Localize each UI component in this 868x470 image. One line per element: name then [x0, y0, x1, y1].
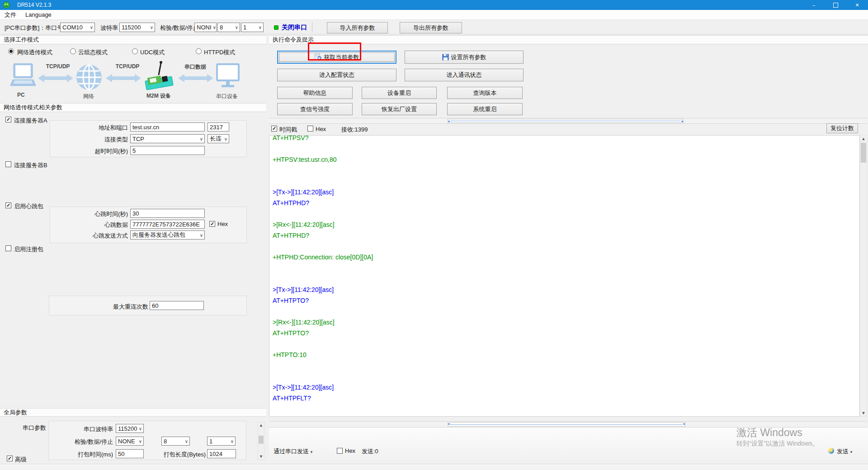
- send-button[interactable]: 发送 ▾: [837, 447, 852, 456]
- scroll-up-icon[interactable]: ▲: [258, 422, 264, 428]
- parity-select[interactable]: NONI∨: [194, 23, 217, 32]
- timeout-input[interactable]: 5: [130, 146, 205, 155]
- g-parity-label: 检验/数据/停止: [51, 438, 113, 446]
- baud-select[interactable]: 115200∨: [119, 23, 155, 32]
- server-b-checkbox[interactable]: [5, 161, 11, 167]
- menu-language[interactable]: Language: [21, 11, 56, 18]
- close-serial-button[interactable]: 关闭串口: [282, 24, 307, 32]
- conn-type-select[interactable]: TCP∨: [130, 134, 205, 143]
- bottom-strip: [0, 464, 868, 470]
- send-hex-checkbox[interactable]: [337, 448, 343, 454]
- radio-udc-mode[interactable]: [132, 48, 138, 54]
- serial-device-label: 串口设备: [216, 93, 238, 100]
- log-top-scrollbar[interactable]: ▴▴: [269, 118, 867, 124]
- help-info-button[interactable]: 帮助信息: [277, 87, 353, 99]
- advanced-label[interactable]: 高级: [15, 456, 27, 464]
- g-databits-select[interactable]: 8∨: [161, 437, 190, 446]
- scrollbar-thumb[interactable]: [259, 436, 264, 444]
- import-all-button[interactable]: 导入所有参数: [327, 22, 388, 33]
- scroll-up-icon[interactable]: ▲: [860, 136, 867, 142]
- left-panel-scrollbar[interactable]: ▲ ▼: [258, 422, 264, 460]
- g-stopbits-select[interactable]: 1∨: [207, 437, 236, 446]
- server-a-checkbox[interactable]: [5, 117, 11, 122]
- query-version-button[interactable]: 查询版本: [447, 87, 523, 99]
- factory-reset-button[interactable]: 恢复出厂设置: [362, 103, 437, 115]
- server-b-label[interactable]: 连接服务器B: [14, 161, 47, 169]
- arrow-icon: [178, 73, 213, 83]
- hb-time-input[interactable]: 30: [130, 209, 205, 218]
- chevron-down-icon: ∨: [213, 25, 216, 30]
- pc-label: PC: [17, 92, 25, 98]
- scroll-down-icon[interactable]: ▼: [860, 410, 867, 416]
- pack-len-value: 1024: [209, 451, 222, 457]
- export-all-label: 导出所有参数: [413, 24, 448, 32]
- log-hex-checkbox[interactable]: [307, 126, 313, 132]
- g-baud-select[interactable]: 115200∨: [116, 424, 144, 433]
- reconnect-input[interactable]: 60: [150, 301, 204, 310]
- radio-udc-label[interactable]: UDC模式: [140, 48, 165, 56]
- stopbits-select[interactable]: 1∨: [241, 23, 264, 32]
- server-a-port-input[interactable]: 2317: [208, 122, 229, 132]
- radio-httpd-label[interactable]: HTTPD模式: [204, 48, 235, 56]
- register-checkbox[interactable]: [5, 245, 11, 251]
- heartbeat-checkbox[interactable]: [5, 202, 11, 208]
- advanced-checkbox[interactable]: [7, 456, 13, 461]
- send-via-serial-dropdown[interactable]: 通过串口发送 ▾: [274, 447, 312, 456]
- hb-mode-value: 向服务器发送心跳包: [132, 231, 185, 239]
- device-restart-button[interactable]: 设备重启: [362, 87, 437, 99]
- hb-hex-checkbox[interactable]: [209, 221, 215, 227]
- save-icon: [442, 54, 449, 61]
- chevron-down-icon: ∨: [90, 25, 93, 30]
- timestamp-checkbox[interactable]: [271, 126, 277, 132]
- g-parity-select[interactable]: NONE∨: [116, 437, 144, 446]
- menu-file[interactable]: 文件: [0, 11, 21, 19]
- export-all-button[interactable]: 导出所有参数: [400, 22, 462, 33]
- query-signal-button[interactable]: 查信号强度: [277, 103, 353, 115]
- set-params-button[interactable]: 设置所有参数: [405, 51, 524, 64]
- pack-time-input[interactable]: 50: [116, 449, 144, 458]
- enter-config-button[interactable]: 进入配置状态: [277, 69, 396, 81]
- arrow-icon: [38, 73, 73, 83]
- maximize-button[interactable]: [825, 0, 846, 10]
- reconnect-label: 最大重连次数: [50, 303, 148, 311]
- log-area[interactable]: AT+HTPSV? +HTPSV:test.usr.cn,80 >[Tx->][…: [269, 135, 860, 417]
- radio-net-transparent-label[interactable]: 网络透传模式: [17, 48, 52, 56]
- system-restart-button[interactable]: 系统重启: [447, 103, 523, 115]
- reset-count-button[interactable]: 复位计数: [826, 123, 858, 133]
- baud-label: 波特率: [100, 24, 118, 32]
- hb-data-input[interactable]: 7777772E7573722E636E: [130, 220, 205, 229]
- close-button[interactable]: ✕: [846, 0, 868, 10]
- log-scrollbar[interactable]: ▲ ▼: [860, 135, 867, 417]
- scroll-down-icon[interactable]: ▼: [258, 453, 264, 460]
- databits-select[interactable]: 8∨: [217, 23, 240, 32]
- timestamp-label[interactable]: 时间戳: [279, 126, 297, 134]
- restore-icon: [833, 3, 838, 8]
- set-params-label: 设置所有参数: [451, 53, 486, 61]
- scroll-marker-icon: ▴: [681, 119, 683, 123]
- minimize-button[interactable]: –: [803, 0, 825, 10]
- com-port-select[interactable]: COM10∨: [60, 23, 95, 32]
- log-hex-label[interactable]: Hex: [316, 126, 326, 132]
- scrollbar-thumb[interactable]: ▴▴: [448, 119, 684, 123]
- link3-label: 串口数据: [179, 63, 212, 71]
- server-a-address-input[interactable]: test.usr.cn: [130, 122, 205, 132]
- system-restart-label: 系统重启: [473, 105, 497, 113]
- pack-len-input[interactable]: 1024: [207, 449, 236, 458]
- heartbeat-label[interactable]: 启用心跳包: [14, 202, 43, 211]
- conn-mode-select[interactable]: 长连∨: [208, 134, 229, 143]
- g-baud-label: 串口波特率: [51, 425, 113, 433]
- hb-hex-label[interactable]: Hex: [217, 221, 228, 227]
- server-a-label[interactable]: 连接服务器A: [14, 117, 47, 125]
- enter-comm-button[interactable]: 进入通讯状态: [405, 69, 524, 81]
- radio-cloud-mode[interactable]: [70, 48, 76, 54]
- scrollbar-thumb[interactable]: [861, 143, 866, 163]
- factory-reset-label: 恢复出厂设置: [382, 105, 417, 113]
- radio-httpd-mode[interactable]: [196, 48, 202, 54]
- register-label[interactable]: 启用注册包: [14, 245, 43, 254]
- hb-mode-select[interactable]: 向服务器发送心跳包∨: [130, 230, 205, 240]
- radio-net-transparent-mode[interactable]: [8, 48, 14, 54]
- radio-cloud-label[interactable]: 云组态模式: [78, 48, 108, 56]
- send-hex-label[interactable]: Hex: [345, 447, 355, 454]
- parity-value: NONI: [197, 24, 212, 31]
- scrollbar-thumb[interactable]: ▾▾: [448, 422, 685, 427]
